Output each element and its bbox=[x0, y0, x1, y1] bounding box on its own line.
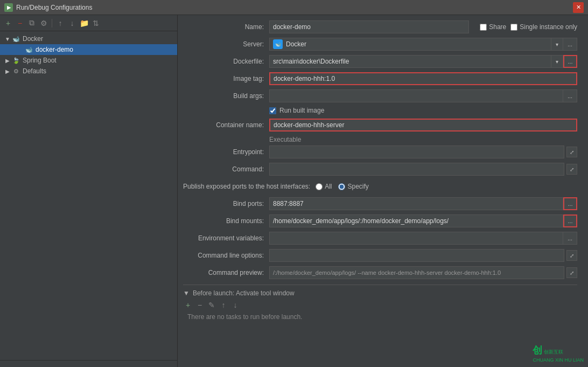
image-tag-label: Image tag: bbox=[183, 75, 269, 82]
publish-ports-label: Publish exposed ports to the host interf… bbox=[183, 183, 310, 190]
folder-button[interactable]: 📁 bbox=[79, 18, 89, 28]
env-vars-dots-btn[interactable]: ... bbox=[563, 232, 577, 245]
copy-button[interactable]: ⧉ bbox=[27, 18, 37, 28]
build-args-input[interactable] bbox=[269, 89, 563, 102]
publish-all-radio[interactable] bbox=[316, 183, 323, 190]
bind-mounts-control: ... bbox=[269, 214, 577, 227]
server-label: Server: bbox=[183, 40, 269, 48]
bind-mounts-dots-btn[interactable]: ... bbox=[563, 214, 577, 227]
bl-add-btn[interactable]: + bbox=[183, 300, 193, 310]
bind-ports-dots-btn[interactable]: ... bbox=[563, 197, 577, 210]
sort-button[interactable]: ⇅ bbox=[91, 18, 101, 28]
before-launch-arrow: ▼ bbox=[183, 289, 190, 297]
run-built-image-checkbox[interactable] bbox=[269, 107, 276, 114]
entrypoint-label: Entrypoint: bbox=[183, 148, 269, 156]
bind-ports-input[interactable] bbox=[269, 197, 563, 210]
share-checkbox[interactable] bbox=[480, 24, 487, 31]
tree-item-spring-boot[interactable]: ▶ 🍃 Spring Boot bbox=[0, 55, 177, 66]
build-args-row: Build args: ... bbox=[183, 89, 577, 102]
image-tag-input[interactable] bbox=[269, 72, 577, 85]
server-value: Docker bbox=[286, 40, 548, 48]
docker-folder-icon: 🐋 bbox=[12, 34, 20, 43]
bind-mounts-label: Bind mounts: bbox=[183, 217, 269, 225]
env-vars-row: Environment variables: ... bbox=[183, 232, 577, 245]
container-name-input[interactable] bbox=[269, 119, 577, 131]
bl-down-btn[interactable]: ↓ bbox=[230, 300, 240, 310]
cmd-options-control: ⤢ bbox=[269, 249, 577, 262]
cmd-options-input[interactable] bbox=[269, 249, 564, 262]
bind-mounts-row: Bind mounts: ... bbox=[183, 214, 577, 227]
title-bar: ▶ Run/Debug Configurations ✕ bbox=[0, 0, 588, 15]
container-name-row: Container name: bbox=[183, 119, 577, 131]
defaults-arrow: ▶ bbox=[4, 68, 11, 74]
build-args-control: ... bbox=[269, 89, 577, 102]
dockerfile-dots-btn[interactable]: ... bbox=[563, 55, 577, 68]
settings-button[interactable]: ⚙ bbox=[39, 18, 48, 28]
executable-section-title: Executable bbox=[183, 136, 577, 143]
move-up-button[interactable]: ↑ bbox=[55, 18, 65, 28]
container-name-label: Container name: bbox=[183, 121, 269, 129]
cmd-preview-row: Command preview: /:/home/docker_demo/app… bbox=[183, 266, 577, 279]
publish-all-text: All bbox=[325, 183, 332, 190]
cmd-preview-expand-btn[interactable]: ⤢ bbox=[566, 267, 577, 278]
command-row: Command: ⤢ bbox=[183, 163, 577, 176]
tree-item-docker-demo[interactable]: 🐋 docker-demo bbox=[0, 44, 177, 55]
single-instance-checkbox[interactable] bbox=[510, 24, 517, 31]
publish-specify-text: Specify bbox=[347, 183, 368, 190]
build-args-label: Build args: bbox=[183, 92, 269, 100]
dockerfile-input[interactable] bbox=[269, 55, 551, 68]
tree-item-defaults[interactable]: ▶ ⚙ Defaults bbox=[0, 66, 177, 77]
server-dropdown-btn[interactable]: ▾ bbox=[551, 38, 563, 51]
no-tasks-text: There are no tasks to run before launch. bbox=[183, 313, 577, 321]
close-button[interactable]: ✕ bbox=[573, 2, 584, 13]
bl-edit-btn[interactable]: ✎ bbox=[207, 300, 216, 310]
server-row: Server: 🐋 Docker ▾ ... bbox=[183, 38, 577, 51]
container-name-control bbox=[269, 119, 577, 131]
dockerfile-row: Dockerfile: ▾ ... bbox=[183, 55, 577, 68]
bl-remove-btn[interactable]: − bbox=[195, 300, 205, 310]
build-args-dots-btn[interactable]: ... bbox=[563, 89, 577, 102]
publish-all-label[interactable]: All bbox=[316, 183, 332, 190]
remove-button[interactable]: − bbox=[15, 18, 25, 28]
dockerfile-control: ▾ ... bbox=[269, 55, 577, 68]
share-label: Share bbox=[489, 23, 506, 31]
name-input[interactable] bbox=[269, 20, 469, 33]
publish-specify-radio[interactable] bbox=[338, 183, 345, 190]
bind-ports-label: Bind ports: bbox=[183, 200, 269, 207]
entrypoint-input[interactable] bbox=[269, 146, 564, 158]
app-icon: ▶ bbox=[4, 3, 13, 12]
defaults-label: Defaults bbox=[23, 67, 46, 75]
run-built-image-label: Run built image bbox=[279, 107, 324, 114]
bl-up-btn[interactable]: ↑ bbox=[219, 300, 228, 310]
cmd-options-label: Command line options: bbox=[183, 252, 269, 259]
toolbar-separator bbox=[52, 19, 52, 27]
entrypoint-control: ⤢ bbox=[269, 146, 577, 158]
move-down-button[interactable]: ↓ bbox=[67, 18, 77, 28]
image-tag-control bbox=[269, 72, 577, 85]
command-input[interactable] bbox=[269, 163, 564, 176]
before-launch-section: ▼ Before launch: Activate tool window + … bbox=[183, 285, 577, 321]
left-panel: + − ⧉ ⚙ ↑ ↓ 📁 ⇅ ▼ 🐋 Docker 🐋 docker-demo bbox=[0, 15, 178, 367]
name-control: Share Single instance only bbox=[269, 20, 577, 33]
cmd-preview-label: Command preview: bbox=[183, 269, 269, 276]
single-instance-label: Single instance only bbox=[520, 23, 577, 31]
command-expand-btn[interactable]: ⤢ bbox=[566, 164, 577, 175]
share-checkbox-label[interactable]: Share bbox=[480, 23, 506, 31]
image-tag-row: Image tag: bbox=[183, 72, 577, 85]
bind-mounts-input[interactable] bbox=[269, 214, 563, 227]
tree-item-docker-group[interactable]: ▼ 🐋 Docker bbox=[0, 33, 177, 44]
watermark: 创 创新互联CHUANG XIN HU LIAN bbox=[533, 344, 584, 363]
env-vars-input[interactable] bbox=[269, 232, 563, 245]
server-dots-btn[interactable]: ... bbox=[563, 38, 577, 51]
title-bar-text: Run/Debug Configurations bbox=[16, 4, 92, 11]
entrypoint-expand-btn[interactable]: ⤢ bbox=[566, 147, 577, 157]
cmd-options-expand-btn[interactable]: ⤢ bbox=[566, 250, 577, 261]
run-built-image-row: Run built image bbox=[183, 107, 577, 114]
docker-server-icon: 🐋 bbox=[273, 39, 283, 49]
add-button[interactable]: + bbox=[3, 18, 13, 28]
publish-specify-label[interactable]: Specify bbox=[338, 183, 368, 190]
dockerfile-dropdown-btn[interactable]: ▾ bbox=[551, 55, 563, 68]
main-container: + − ⧉ ⚙ ↑ ↓ 📁 ⇅ ▼ 🐋 Docker 🐋 docker-demo bbox=[0, 15, 588, 367]
single-instance-checkbox-label[interactable]: Single instance only bbox=[510, 23, 577, 31]
bind-ports-row: Bind ports: ... bbox=[183, 197, 577, 210]
